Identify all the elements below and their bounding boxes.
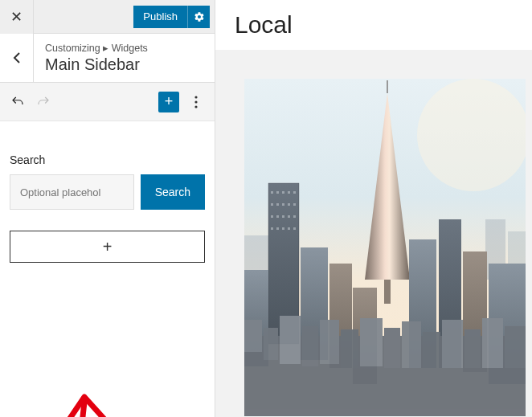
redo-icon <box>36 95 51 109</box>
redo-button[interactable] <box>34 92 53 112</box>
svg-rect-30 <box>402 321 421 368</box>
publish-settings-button[interactable] <box>187 6 210 28</box>
more-options-button[interactable] <box>186 92 207 112</box>
publish-button[interactable]: Publish <box>133 6 187 28</box>
plus-icon: + <box>165 93 174 110</box>
close-icon: ✕ <box>10 8 23 26</box>
app-root: ✕ Publish Customizing ▸ Widgets Main Sid… <box>0 0 532 417</box>
svg-rect-28 <box>360 318 383 366</box>
svg-rect-29 <box>384 328 400 368</box>
add-block-button[interactable]: + <box>158 92 179 112</box>
svg-rect-32 <box>442 320 463 368</box>
svg-point-0 <box>194 96 197 98</box>
add-block-appender[interactable]: + <box>10 231 205 263</box>
svg-rect-26 <box>320 320 339 364</box>
undo-icon <box>10 95 25 109</box>
svg-rect-38 <box>282 191 284 194</box>
gear-icon <box>194 11 205 22</box>
svg-rect-41 <box>271 203 273 206</box>
svg-rect-27 <box>341 329 358 368</box>
svg-rect-53 <box>282 227 284 230</box>
search-widget-label: Search <box>10 153 205 166</box>
svg-rect-42 <box>276 203 279 206</box>
svg-rect-22 <box>244 320 262 352</box>
svg-rect-49 <box>288 215 290 218</box>
svg-rect-10 <box>384 280 391 304</box>
search-submit-button[interactable]: Search <box>141 174 205 210</box>
breadcrumb-row: Customizing ▸ Widgets Main Sidebar <box>0 34 215 83</box>
widget-area: Search Search + <box>0 121 215 417</box>
svg-rect-51 <box>271 227 273 230</box>
annotation-arrow-icon <box>40 390 137 417</box>
svg-rect-24 <box>280 316 301 364</box>
undo-button[interactable] <box>8 92 27 112</box>
svg-point-1 <box>194 100 197 103</box>
back-button[interactable] <box>0 34 34 82</box>
publish-group: Publish <box>133 6 210 28</box>
svg-rect-44 <box>288 203 290 206</box>
svg-rect-36 <box>271 191 273 194</box>
svg-rect-35 <box>505 326 526 368</box>
block-editor-toolbar: + <box>0 83 215 121</box>
svg-rect-50 <box>293 215 296 218</box>
breadcrumb: Customizing ▸ Widgets Main Sidebar <box>34 34 159 82</box>
close-button[interactable]: ✕ <box>0 0 34 34</box>
svg-rect-31 <box>423 332 440 368</box>
preview-panel: Local <box>215 0 532 417</box>
svg-rect-33 <box>464 329 481 368</box>
svg-rect-54 <box>288 227 290 230</box>
svg-rect-43 <box>282 203 284 206</box>
svg-rect-55 <box>293 227 296 230</box>
customizer-topbar: ✕ Publish <box>0 0 215 34</box>
plus-icon: + <box>103 238 113 256</box>
svg-point-2 <box>194 105 197 108</box>
svg-rect-39 <box>288 191 290 194</box>
svg-rect-40 <box>293 191 296 194</box>
svg-rect-48 <box>282 215 284 218</box>
hero-image <box>244 79 526 416</box>
site-title: Local <box>235 11 293 39</box>
search-placeholder-input[interactable] <box>10 174 134 210</box>
svg-rect-45 <box>293 203 296 206</box>
dots-vertical-icon <box>194 96 198 108</box>
search-widget-row: Search <box>10 174 205 210</box>
chevron-left-icon <box>13 51 21 64</box>
svg-rect-47 <box>276 215 279 218</box>
panel-title: Main Sidebar <box>45 55 148 74</box>
svg-rect-34 <box>482 318 503 368</box>
svg-rect-23 <box>264 328 278 360</box>
svg-rect-25 <box>302 326 318 366</box>
preview-body <box>215 50 532 417</box>
svg-rect-52 <box>276 227 279 230</box>
svg-point-56 <box>417 79 526 191</box>
svg-rect-46 <box>271 215 273 218</box>
preview-header: Local <box>215 0 532 50</box>
customizer-panel: ✕ Publish Customizing ▸ Widgets Main Sid… <box>0 0 215 417</box>
breadcrumb-path: Customizing ▸ Widgets <box>45 42 148 54</box>
svg-rect-37 <box>276 191 279 194</box>
